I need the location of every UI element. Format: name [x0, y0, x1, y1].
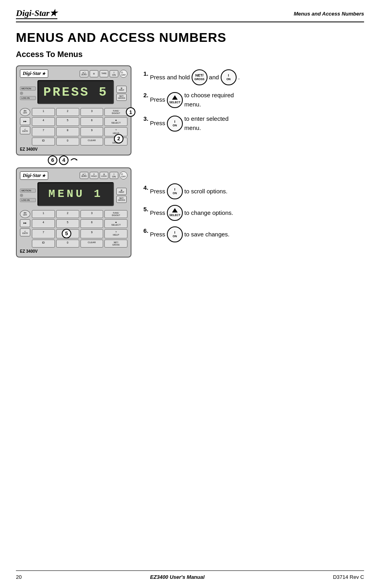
tare-button[interactable]: TARE [100, 70, 108, 77]
left-side-buttons: BHOFF ▶▶ ↵ENTR [20, 108, 30, 134]
device2: Digi-Star★ ⊲◯ZERO IIHOLD ⚙LOCK ION OOFF … [16, 167, 131, 258]
d2-key-3[interactable]: 3 [80, 210, 104, 218]
instr3-text-after: to enter selectedmenu. [184, 114, 229, 132]
d2-key-clear[interactable]: CLEAR [80, 240, 104, 248]
device2-logo: Digi-Star★ [20, 171, 48, 180]
triangle-icon-1 [172, 95, 178, 100]
callout-2: 2 [114, 134, 123, 144]
select-button-icon-2[interactable]: SELECT [167, 205, 183, 221]
d2-zero-button[interactable]: ⊲◯ZERO [80, 172, 88, 179]
second-content-row: 6 4 5 Digi-Star★ ⊲◯ZERO IIHOLD ⚙LOCK ION… [16, 167, 364, 258]
d2-net-gross-right-button[interactable]: NET/GROSS [116, 196, 127, 203]
top-callouts: 6 4 [48, 155, 78, 165]
d2-enter-button[interactable]: ↵ENTR [20, 228, 30, 236]
d2-key-net[interactable]: NET/GROSS [104, 240, 127, 248]
d2-off-button[interactable]: OOFF [119, 171, 127, 179]
d2-key-2[interactable]: 2 [56, 210, 79, 218]
net-gross-right-button[interactable]: NET/GROSS [116, 94, 127, 101]
d2-locker-button[interactable]: ⚙LOCK [100, 172, 108, 179]
d2-key-1[interactable]: 1 [32, 210, 55, 218]
callout-4: 4 [59, 155, 69, 165]
key-1[interactable]: 1 [32, 108, 55, 116]
d2-on-button[interactable]: ION [110, 172, 118, 179]
page-footer: 20 EZ3400 User's Manual D3714 Rev C [16, 570, 364, 580]
instructions-4-6: 4. Press I ON to scroll options. 5. Pres… [143, 167, 364, 248]
instruction-3-num: 3. [143, 114, 149, 124]
device1-logo: Digi-Star★ [20, 69, 48, 78]
d2-key-func[interactable]: FUNC/DIGIOUT [104, 210, 127, 218]
on-button-icon-2[interactable]: I ON [167, 116, 183, 132]
select-button-icon-1[interactable]: SELECT [167, 92, 183, 108]
on-button[interactable]: ION [110, 70, 118, 77]
d2-hold-button[interactable]: IIHOLD [90, 172, 98, 179]
zero-button[interactable]: ⊲◯ZERO [80, 70, 88, 77]
key-4[interactable]: 4 [32, 117, 55, 126]
key-3[interactable]: 3 [80, 108, 104, 116]
d2-key-0[interactable]: 0 [56, 240, 79, 248]
instr5-text-before: Press [150, 208, 165, 218]
key-id[interactable]: ID [32, 138, 55, 146]
device2-top-bar: Digi-Star★ ⊲◯ZERO IIHOLD ⚙LOCK ION OOFF [20, 171, 127, 180]
company-logo: Digi-Star★ [16, 8, 57, 19]
instruction-4: 4. Press I ON to scroll options. [143, 183, 364, 199]
instruction-4-num: 4. [143, 183, 149, 193]
instruction-2-num: 2. [143, 91, 149, 100]
device2-top-buttons: ⊲◯ZERO IIHOLD ⚙LOCK ION OOFF [80, 171, 127, 179]
key-2[interactable]: 2 [56, 108, 79, 116]
d2-left-side-buttons: BHOFF ▶▶ ↵ENTR [20, 210, 30, 236]
instruction-3: 3. Press I ON to enter selectedmenu. [143, 114, 364, 132]
top-buttons-row: ⊲◯ZERO R TARE ION OOFF [80, 70, 127, 78]
d2-key-6[interactable]: 6 [80, 219, 104, 228]
d2-key-id[interactable]: ID [32, 240, 55, 248]
key-select[interactable]: ▲SELECT [104, 117, 127, 126]
reweigh-button[interactable]: R [90, 70, 98, 77]
section-title: Access To Menus [16, 50, 364, 59]
instr1-text-before: Press and hold [150, 73, 190, 82]
instructions-1-3: 1. Press and hold NET/ GROSS and I ON . … [143, 65, 364, 138]
on-button-icon-3[interactable]: I ON [167, 183, 183, 199]
d2-print-button[interactable]: ⊠PRNT [116, 188, 127, 195]
instruction-5: 5. Press SELECT to change options. [143, 205, 364, 221]
instruction-2: 2. Press SELECT to choose requiredmenu. [143, 91, 364, 109]
footer-manual-name: EZ3400 User's Manual [150, 574, 205, 580]
bh-off-button[interactable]: BHOFF [20, 108, 30, 116]
key-9[interactable]: 9 [80, 127, 104, 136]
instruction-3-text: Press I ON to enter selectedmenu. [150, 114, 229, 132]
instr1-text-after: . [238, 73, 240, 82]
device1: Digi-Star★ ⊲◯ZERO R TARE ION OOFF MOTION… [16, 65, 131, 155]
callout-6: 6 [48, 155, 57, 165]
key-7[interactable]: 7 [32, 127, 55, 136]
on-button-icon-4[interactable]: I ON [167, 226, 183, 242]
enter-button[interactable]: ↵ENTR [20, 126, 30, 134]
key-func[interactable]: FUNC/DIGIOUT [104, 108, 127, 116]
key-0[interactable]: 0 [56, 138, 79, 146]
key-5[interactable]: 5 [56, 117, 79, 126]
instr1-text-middle: and [209, 73, 219, 82]
instruction-2-text: Press SELECT to choose requiredmenu. [150, 91, 234, 109]
d2-key-help[interactable]: ?HELP [104, 229, 127, 238]
d2-key-9[interactable]: 9 [80, 229, 104, 238]
device2-model: EZ 3400V [20, 249, 37, 254]
instr4-text-after: to scroll options. [184, 187, 227, 196]
d2-advance-button[interactable]: ▶▶ [20, 219, 30, 227]
advance-button[interactable]: ▶▶ [20, 117, 30, 125]
key-8[interactable]: 8 [56, 127, 79, 136]
key-clear[interactable]: CLEAR [80, 138, 104, 146]
device2-container: 6 4 5 Digi-Star★ ⊲◯ZERO IIHOLD ⚙LOCK ION… [16, 167, 131, 258]
instruction-1-text: Press and hold NET/ GROSS and I ON . [150, 69, 240, 85]
d2-key-4[interactable]: 4 [32, 219, 55, 228]
key-6[interactable]: 6 [80, 117, 104, 126]
footer-page-number: 20 [16, 574, 22, 580]
d2-bh-off-button[interactable]: BHOFF [20, 210, 30, 218]
instruction-6-text: Press I ON to save changes. [150, 226, 230, 242]
instr6-text-before: Press [150, 230, 165, 239]
device1-model: EZ 3400V [20, 147, 37, 151]
d2-key-7[interactable]: 7 [32, 229, 55, 238]
net-gross-button-icon[interactable]: NET/ GROSS [192, 69, 208, 85]
print-button[interactable]: ⊠PRNT [116, 86, 127, 93]
d2-key-5[interactable]: 5 [56, 219, 79, 228]
d2-key-select[interactable]: ▲SELECT [104, 219, 127, 228]
on-button-icon-1[interactable]: I ON [221, 69, 237, 85]
instruction-1: 1. Press and hold NET/ GROSS and I ON . [143, 69, 364, 85]
off-button[interactable]: OOFF [119, 70, 127, 78]
